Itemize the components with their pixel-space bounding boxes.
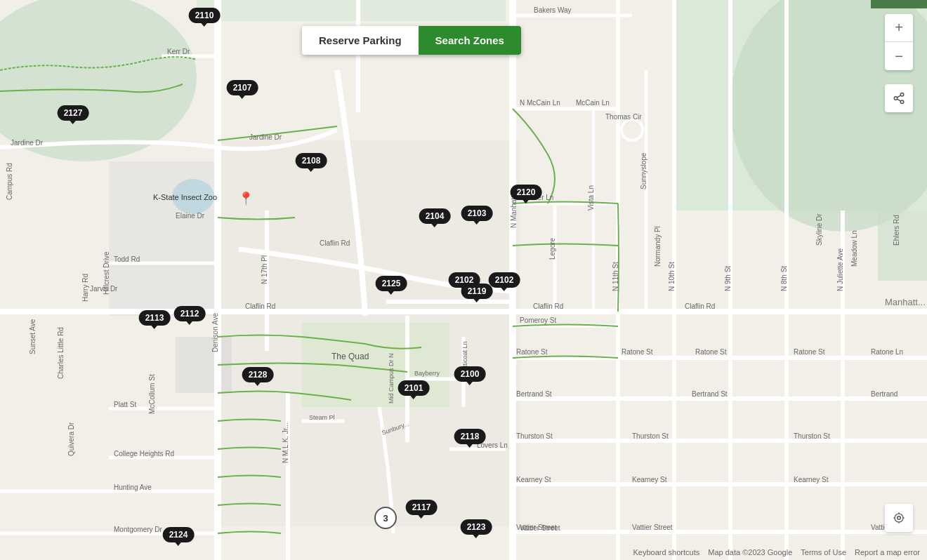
- svg-text:Platt St: Platt St: [114, 401, 136, 408]
- marker-2125[interactable]: 2125: [376, 276, 407, 291]
- marker-2120[interactable]: 2120: [511, 185, 542, 200]
- svg-text:Ratone Ln: Ratone Ln: [871, 348, 903, 356]
- svg-text:N McCain Ln: N McCain Ln: [520, 99, 560, 107]
- svg-text:Denison Ave: Denison Ave: [211, 313, 219, 352]
- svg-rect-5: [878, 211, 927, 281]
- marker-2128[interactable]: 2128: [242, 367, 274, 382]
- svg-text:Kearney St: Kearney St: [516, 476, 551, 484]
- svg-point-121: [895, 514, 903, 522]
- svg-text:Jarvis Dr: Jarvis Dr: [90, 285, 118, 293]
- keyboard-shortcuts-link[interactable]: Keyboard shortcuts: [633, 548, 699, 556]
- svg-text:Ehlers Rd: Ehlers Rd: [893, 215, 900, 246]
- svg-text:McCollum St: McCollum St: [148, 374, 156, 414]
- svg-point-116: [894, 97, 898, 100]
- marker-2127[interactable]: 2127: [58, 105, 89, 121]
- svg-text:Vista Ln: Vista Ln: [587, 185, 595, 211]
- svg-text:K-State Insect Zoo: K-State Insect Zoo: [153, 193, 217, 201]
- svg-text:Montgomery Dr: Montgomery Dr: [114, 526, 163, 533]
- kstate-zoo-pin[interactable]: 📍: [238, 191, 254, 206]
- svg-rect-9: [109, 161, 218, 316]
- svg-text:Bertrand: Bertrand: [871, 390, 898, 398]
- svg-text:Legore: Legore: [548, 237, 556, 260]
- svg-line-119: [897, 95, 900, 98]
- svg-point-115: [900, 93, 904, 97]
- svg-text:Elaine Dr: Elaine Dr: [176, 212, 205, 220]
- svg-text:Charles Little Rd: Charles Little Rd: [57, 327, 65, 379]
- marker-2118[interactable]: 2118: [454, 429, 486, 444]
- svg-text:Normandy Pl: Normandy Pl: [654, 226, 662, 267]
- marker-2123[interactable]: 2123: [461, 519, 492, 535]
- svg-text:Claflin Rd: Claflin Rd: [320, 239, 350, 247]
- bottom-bar: Keyboard shortcuts Map data ©2023 Google…: [0, 545, 927, 560]
- svg-text:Hunting Ave: Hunting Ave: [114, 484, 152, 491]
- marker-2110[interactable]: 2110: [189, 8, 221, 23]
- svg-text:The Quad: The Quad: [331, 352, 369, 361]
- svg-text:Thurston St: Thurston St: [794, 432, 830, 440]
- marker-2117[interactable]: 2117: [406, 500, 438, 515]
- green-accent: [871, 0, 927, 8]
- svg-text:Ratone St: Ratone St: [695, 348, 727, 356]
- svg-text:Ratone St: Ratone St: [516, 348, 548, 356]
- svg-text:Kerr Dr: Kerr Dr: [167, 48, 190, 55]
- svg-text:Kearney St: Kearney St: [632, 476, 667, 484]
- marker-2124[interactable]: 2124: [163, 527, 195, 542]
- terms-of-use-link[interactable]: Terms of Use: [801, 548, 846, 556]
- map-container: Bakers Way Kerr Dr Jardine Dr Jardine Dr…: [0, 0, 927, 560]
- marker-2119[interactable]: 2119: [461, 284, 493, 299]
- svg-text:Quivera Dr: Quivera Dr: [67, 422, 75, 456]
- svg-text:Ratone St: Ratone St: [794, 348, 825, 356]
- marker-2100[interactable]: 2100: [454, 366, 486, 382]
- svg-text:McCain Ln: McCain Ln: [576, 99, 610, 107]
- share-button[interactable]: [885, 84, 913, 112]
- svg-text:N 11th St: N 11th St: [612, 262, 619, 291]
- marker-2112[interactable]: 2112: [174, 306, 206, 321]
- svg-text:N 17th Pl: N 17th Pl: [261, 255, 268, 284]
- svg-text:Harry Rd: Harry Rd: [81, 274, 89, 302]
- svg-point-117: [900, 100, 904, 104]
- svg-text:Mid Campus Dr N: Mid Campus Dr N: [388, 353, 395, 404]
- location-button[interactable]: [885, 504, 913, 532]
- svg-text:Jardine Dr: Jardine Dr: [249, 133, 282, 141]
- marker-2103[interactable]: 2103: [461, 206, 493, 221]
- svg-text:Jardine Dr: Jardine Dr: [11, 139, 44, 147]
- marker-2101[interactable]: 2101: [398, 380, 430, 396]
- svg-text:Meadow Ln: Meadow Ln: [850, 230, 858, 267]
- cluster-marker[interactable]: 3: [374, 507, 397, 529]
- svg-line-118: [897, 99, 900, 101]
- map-data-text: Map data ©2023 Google: [708, 548, 792, 556]
- svg-text:Sunset Ave: Sunset Ave: [29, 319, 37, 354]
- zoom-out-button[interactable]: −: [885, 42, 913, 70]
- zoom-in-button[interactable]: +: [885, 14, 913, 42]
- reserve-parking-button[interactable]: Reserve Parking: [302, 26, 419, 55]
- svg-point-120: [898, 516, 901, 520]
- svg-text:N Juliette Ave: N Juliette Ave: [836, 248, 844, 291]
- search-zones-button[interactable]: Search Zones: [419, 26, 521, 55]
- svg-text:Vattier Street: Vattier Street: [520, 524, 560, 532]
- svg-text:Sunnyslope: Sunnyslope: [640, 152, 647, 189]
- svg-text:N 8th St: N 8th St: [780, 266, 788, 291]
- svg-text:N 10th St: N 10th St: [668, 262, 676, 291]
- svg-text:Todd Rd: Todd Rd: [114, 255, 140, 263]
- svg-text:N 9th St: N 9th St: [724, 266, 732, 291]
- svg-text:Campus Rd: Campus Rd: [6, 163, 13, 200]
- svg-text:Vattier Street: Vattier Street: [632, 524, 673, 531]
- report-error-link[interactable]: Report a map error: [855, 548, 920, 556]
- svg-text:College Heights Rd: College Heights Rd: [114, 450, 174, 458]
- marker-2113[interactable]: 2113: [139, 310, 171, 326]
- svg-rect-2: [197, 0, 506, 21]
- svg-text:Bertrand St: Bertrand St: [516, 390, 552, 398]
- svg-text:Claflin Rd: Claflin Rd: [245, 302, 275, 310]
- marker-2108[interactable]: 2108: [296, 153, 327, 168]
- svg-text:Bakers Way: Bakers Way: [534, 6, 572, 14]
- svg-text:Ratone St: Ratone St: [622, 348, 653, 356]
- marker-2102b[interactable]: 2102: [489, 272, 520, 288]
- svg-text:Skyline Dr: Skyline Dr: [815, 213, 823, 246]
- svg-text:Thurston St: Thurston St: [516, 432, 553, 440]
- svg-text:N M.L.K. Jr...: N M.L.K. Jr...: [282, 422, 289, 463]
- marker-2107[interactable]: 2107: [227, 80, 258, 95]
- marker-2104[interactable]: 2104: [419, 208, 451, 224]
- svg-text:Pomeroy St: Pomeroy St: [520, 316, 556, 324]
- zoom-controls: + −: [885, 14, 913, 70]
- svg-text:Bertrand St: Bertrand St: [692, 390, 728, 398]
- svg-text:Bayberry: Bayberry: [414, 370, 440, 377]
